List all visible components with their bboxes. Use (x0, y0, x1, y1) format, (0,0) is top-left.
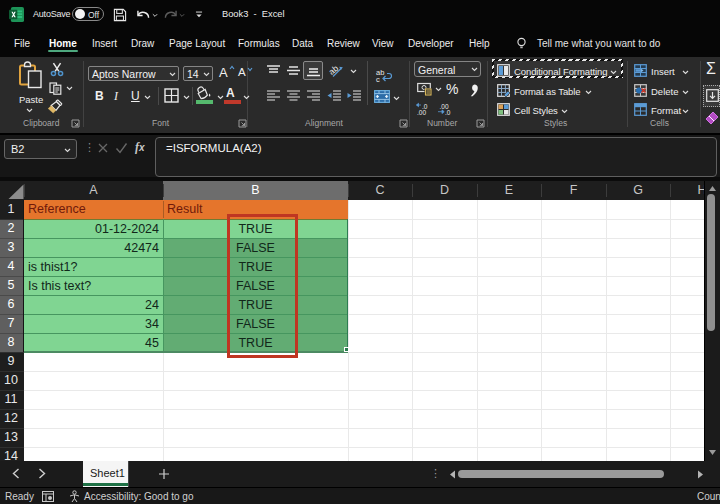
svg-text:ab: ab (327, 63, 341, 77)
svg-text:c: c (376, 75, 380, 84)
svg-text:.0: .0 (445, 109, 451, 116)
svg-text:.00: .00 (417, 109, 426, 116)
